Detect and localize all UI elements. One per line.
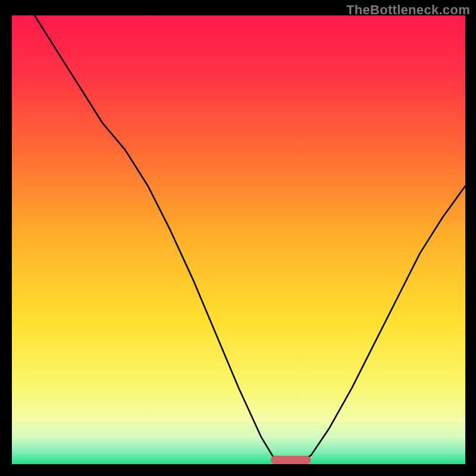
gradient-background bbox=[12, 15, 465, 464]
chart-svg bbox=[12, 15, 465, 464]
chart-frame: TheBottleneck.com bbox=[0, 0, 476, 476]
plot-area bbox=[12, 15, 465, 464]
watermark-text: TheBottleneck.com bbox=[346, 2, 470, 18]
